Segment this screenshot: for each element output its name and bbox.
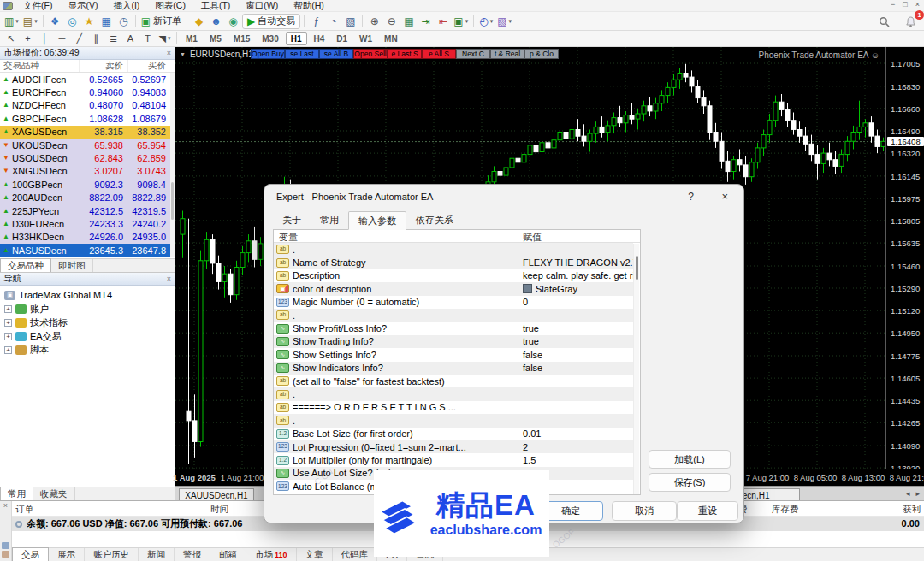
parameter-value[interactable]: true (523, 323, 539, 334)
terminal-tab-代码库[interactable]: 代码库 (333, 548, 378, 561)
minimize-button[interactable]: − (891, 0, 895, 9)
close-button[interactable]: × (721, 190, 728, 203)
close-icon[interactable]: × (167, 49, 171, 57)
parameter-row[interactable]: ab. (274, 387, 633, 400)
crosshair-button[interactable]: ◎ (64, 14, 80, 29)
parameter-value[interactable]: 1.5 (523, 455, 536, 465)
parameter-row[interactable]: ∿Show Settings Info?false (274, 348, 633, 361)
terminal-tab-账户历史[interactable]: 账户历史 (85, 548, 139, 561)
docs-button[interactable]: ▣▾ (452, 14, 470, 29)
text-tool[interactable]: A (122, 31, 139, 46)
expand-icon[interactable]: + (4, 319, 12, 327)
parameter-row[interactable]: 123Magic Number (0 = automatic)0 (274, 296, 633, 309)
search-button[interactable] (876, 14, 892, 29)
symbol-row-H33HKDecn[interactable]: ▲H33HKDecn24926.024935.0 (0, 231, 175, 244)
menu-item-工具(T)[interactable]: 工具(T) (193, 0, 238, 12)
template-chart-button[interactable]: ▧▾ (495, 14, 513, 29)
parameter-row[interactable]: ▣color of descriptionSlateGray (274, 282, 633, 295)
reset-button[interactable]: 重设 (677, 501, 738, 521)
dialog-tab-输入参数[interactable]: 输入参数 (348, 211, 406, 230)
zoom-out-button[interactable]: ⊖ (383, 14, 400, 29)
navigator-item-accounts[interactable]: +账户 (0, 302, 175, 316)
parameter-value[interactable]: false (523, 350, 542, 360)
crosshair-tool[interactable]: + (20, 31, 36, 46)
parameter-row[interactable]: ab. (274, 243, 633, 256)
autotrading-button[interactable]: ▶自动交易 (242, 14, 300, 29)
parameter-value[interactable]: 0 (523, 297, 528, 307)
navigator-item-scripts[interactable]: +脚本 (0, 343, 175, 357)
timeframe-MN[interactable]: MN (379, 32, 403, 45)
label-tool[interactable]: T (139, 31, 156, 46)
parameter-row[interactable]: 123Lot Progression (0=fixed 1=sum 2=mart… (274, 440, 633, 453)
terminal-tab-交易[interactable]: 交易 (12, 547, 49, 561)
parameter-value[interactable]: FLEXY THE DRAGON v2.7 (523, 257, 633, 268)
dialog-tab-关于[interactable]: 关于 (273, 211, 311, 229)
tab-收藏夹[interactable]: 收藏夹 (33, 487, 75, 500)
indicators-button[interactable]: ƒ (308, 14, 324, 29)
terminal-tab-邮箱[interactable]: 邮箱 (210, 548, 246, 561)
price-axis[interactable]: 1.170051.168301.166601.164901.163201.161… (886, 47, 924, 469)
symbol-row-NZDCHFecn[interactable]: ▲NZDCHFecn0.480700.48104 (0, 99, 175, 112)
notifications-button[interactable]: 1 (903, 14, 919, 29)
new-chart-button[interactable]: ▥▾ (3, 14, 21, 29)
clock-button[interactable]: ◴▾ (477, 14, 495, 29)
timeframe-W1[interactable]: W1 (354, 32, 377, 45)
arrange-windows-button[interactable]: ▦ (400, 14, 417, 29)
menu-item-显示(V)[interactable]: 显示(V) (60, 0, 105, 12)
parameter-value[interactable]: SlateGray (523, 284, 578, 294)
dialog-tab-依存关系[interactable]: 依存关系 (406, 211, 463, 229)
symbol-row-EURCHFecn[interactable]: ▲EURCHFecn0.940600.94083 (0, 86, 175, 98)
symbol-row-XNGUSDecn[interactable]: ▼XNGUSDecn3.02073.0743 (0, 165, 175, 178)
dock-icon[interactable] (2, 542, 9, 549)
terminal-tab-警报[interactable]: 警报 (175, 548, 210, 561)
scroll-left-icon[interactable]: ◂ (904, 489, 912, 498)
templates-button[interactable]: ▧ (342, 14, 358, 29)
restore-button[interactable]: □ (903, 0, 907, 9)
parameter-value[interactable]: false (523, 363, 542, 373)
load-button[interactable]: 加载(L) (649, 450, 731, 469)
tab-即时图[interactable]: 即时图 (51, 259, 93, 272)
scrollbar-thumb[interactable] (636, 256, 638, 280)
dock-icon[interactable] (2, 551, 9, 558)
cursor-tool[interactable]: ↖ (3, 31, 19, 46)
vertical-line-tool[interactable]: │ (37, 31, 53, 46)
chevron-down-icon[interactable]: ▼ (180, 51, 186, 57)
terminal-tab-新闻[interactable]: 新闻 (139, 548, 175, 561)
symbol-row-AUDCHFecn[interactable]: ▲AUDCHFecn0.526650.52697 (0, 73, 175, 86)
cancel-button[interactable]: 取消 (612, 501, 677, 521)
parameter-row[interactable]: ab. (274, 309, 633, 322)
close-button[interactable]: × (915, 0, 920, 9)
menu-item-图表(C)[interactable]: 图表(C) (147, 0, 193, 12)
table-scrollbar[interactable] (633, 244, 639, 494)
timeframe-M5[interactable]: M5 (204, 32, 227, 45)
market-watch-scrollbar[interactable] (170, 73, 175, 257)
parameter-row[interactable]: ∿Show Profit/Loss Info?true (274, 322, 633, 334)
terminal-tab-展示[interactable]: 展示 (49, 548, 85, 561)
favorites-button[interactable]: ★ (81, 14, 98, 29)
fibonacci-tool[interactable]: ≣ (105, 31, 121, 46)
auto-scroll-button[interactable]: ⇥ (418, 14, 434, 29)
timeframe-H1[interactable]: H1 (286, 32, 307, 45)
symbol-row-UKOUSDecn[interactable]: ▼UKOUSDecn65.93865.954 (0, 139, 175, 151)
timeframe-D1[interactable]: D1 (331, 32, 352, 45)
parameter-row[interactable]: ab======> O R D E R S E T T I N G S ... (274, 401, 633, 414)
help-button[interactable]: ? (688, 191, 694, 203)
trendline-tool[interactable]: ╱ (71, 31, 87, 46)
ea-button-Open-Sell[interactable]: Open Sell (353, 49, 388, 59)
scroll-right-icon[interactable]: ▸ (914, 489, 921, 498)
parameter-value[interactable]: 0.01 (523, 428, 541, 439)
dialog-tab-常用[interactable]: 常用 (311, 211, 348, 229)
close-icon[interactable]: × (3, 501, 8, 510)
shapes-tool[interactable]: ◥▾ (157, 31, 173, 46)
ea-button-p-&-Clo[interactable]: p & Clo (524, 49, 559, 59)
parameter-row[interactable]: ∿Show Trading Info?true (274, 335, 633, 348)
navigator-root[interactable]: ▣TradeMax Global MT4 (0, 288, 175, 302)
data-window-button[interactable]: ◷ (116, 14, 132, 29)
parameter-row[interactable]: abDescriptionkeep calm. play safe. get r… (274, 269, 633, 282)
timeframe-M15[interactable]: M15 (228, 32, 255, 45)
save-button[interactable]: 保存(S) (649, 473, 731, 492)
parameter-value[interactable]: 2 (523, 442, 528, 452)
terminal-tab-文章[interactable]: 文章 (297, 548, 333, 561)
menu-item-帮助(H)[interactable]: 帮助(H) (286, 0, 332, 12)
timeframe-M1[interactable]: M1 (181, 32, 203, 45)
